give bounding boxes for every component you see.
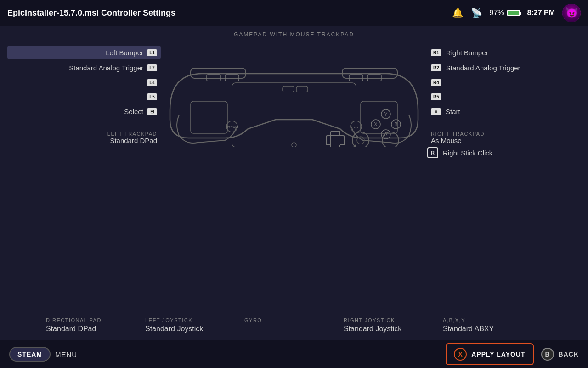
svg-text:•••: ••• [354,125,358,129]
svg-text:Y: Y [384,111,388,117]
svg-text:A: A [384,132,388,137]
summary-directional-pad[interactable]: DIRECTIONAL PAD Standard DPad [46,317,145,333]
dpad-indicator [326,131,345,147]
l2-item[interactable]: Standard Analog Trigger L2 [7,61,161,75]
left-trackpad-value: Standard DPad [7,137,161,144]
avatar[interactable]: 😈 [562,4,581,22]
l4-badge: L4 [147,79,157,86]
left-trackpad-header: LEFT TRACKPAD [7,131,161,137]
menu-label: MENU [55,351,77,358]
start-item[interactable]: ≡ Start [427,105,581,118]
l2-badge: L2 [147,64,157,71]
start-badge: ≡ [431,108,441,115]
back-button[interactable]: B BACK [541,348,579,361]
right-stick-click-item[interactable]: R Right Stick Click [427,144,581,161]
svg-rect-21 [191,101,227,133]
controller-svg: Y X B A [165,46,423,147]
l4-item[interactable]: L4 [7,76,161,89]
l5-item[interactable]: L5 [7,91,161,103]
right-stick-click-label: Right Stick Click [443,149,492,157]
controller-diagram: Y X B A [165,46,423,147]
wifi-icon: 📡 [471,7,482,18]
center-panel: Y X B A [165,41,423,356]
svg-text:STEAM: STEAM [226,125,238,129]
start-label: Start [446,108,460,115]
header-icons: 🔔 📡 97% 8:27 PM 😈 [452,4,581,22]
apply-layout-label: APPLY LAYOUT [471,351,525,358]
header-title: EpicInstaller-15.7.0.msi Controller Sett… [7,8,447,18]
left-joystick-value: Standard Joystick [145,325,244,333]
summary-gyro[interactable]: GYRO [244,317,344,333]
left-bumper-item[interactable]: Left Bumper L1 [7,46,161,59]
main-content: Left Bumper L1 Standard Analog Trigger L… [0,41,588,356]
r1-badge: R1 [431,49,441,56]
directional-pad-value: Standard DPad [46,325,145,333]
clock: 8:27 PM [527,9,555,17]
r2-label: Standard Analog Trigger [446,64,520,72]
left-panel: Left Bumper L1 Standard Analog Trigger L… [0,41,165,356]
x-key-icon: X [454,348,467,361]
battery-fill [508,11,518,15]
select-badge: ⊟ [147,108,157,115]
abxy-value: Standard ABXY [443,325,542,333]
battery-container: 97% [490,9,520,17]
svg-rect-27 [283,86,294,92]
svg-point-29 [292,143,296,147]
apply-layout-button[interactable]: X APPLY LAYOUT [446,343,533,365]
select-label: Select [124,108,143,115]
right-stick-badge: R [427,147,438,158]
l5-badge: L5 [147,93,157,100]
r4-badge: R4 [431,79,441,86]
battery-icon [507,10,520,16]
svg-point-5 [352,132,369,147]
header: EpicInstaller-15.7.0.msi Controller Sett… [0,0,588,26]
gyro-category: GYRO [244,317,344,323]
svg-rect-28 [296,86,308,92]
notification-icon[interactable]: 🔔 [452,7,464,18]
r1-item[interactable]: R1 Right Bumper [427,46,581,59]
summary-right-joystick[interactable]: RIGHT JOYSTICK Standard Joystick [344,317,443,333]
subtitle: GAMEPAD WITH MOUSE TRACKPAD [0,26,588,41]
b-key-icon: B [541,348,554,361]
left-bumper-badge: L1 [147,49,157,56]
abxy-category: A,B,X,Y [443,317,542,323]
r5-item[interactable]: R5 [427,91,581,103]
svg-text:X: X [374,121,378,127]
right-trackpad-header: RIGHT TRACKPAD [427,131,581,137]
avatar-emoji: 😈 [565,7,578,19]
footer-right: X APPLY LAYOUT B BACK [446,343,579,365]
left-bumper-label: Left Bumper [106,49,143,57]
svg-rect-22 [361,101,397,133]
r1-label: Right Bumper [446,49,488,57]
right-panel: R1 Right Bumper R2 Standard Analog Trigg… [423,41,588,356]
left-joystick-category: LEFT JOYSTICK [145,317,244,323]
right-trackpad-as-mouse: As Mouse [427,137,581,144]
summary-left-joystick[interactable]: LEFT JOYSTICK Standard Joystick [145,317,244,333]
right-joystick-value: Standard Joystick [344,325,443,333]
avatar-inner: 😈 [562,4,581,22]
footer-left: STEAM MENU [9,347,77,362]
select-item[interactable]: Select ⊟ [7,105,161,118]
footer: STEAM MENU X APPLY LAYOUT B BACK [0,340,588,368]
bottom-summary: DIRECTIONAL PAD Standard DPad LEFT JOYST… [0,310,588,340]
back-label: BACK [559,351,579,358]
battery-percent: 97% [490,9,504,17]
l2-label: Standard Analog Trigger [69,64,143,72]
directional-pad-category: DIRECTIONAL PAD [46,317,145,323]
r2-badge: R2 [431,64,441,71]
r2-item[interactable]: R2 Standard Analog Trigger [427,61,581,75]
steam-button[interactable]: STEAM [9,347,51,362]
svg-rect-4 [331,136,340,145]
summary-abxy[interactable]: A,B,X,Y Standard ABXY [443,317,542,333]
right-joystick-category: RIGHT JOYSTICK [344,317,443,323]
r5-badge: R5 [431,93,441,100]
r4-item[interactable]: R4 [427,76,581,89]
